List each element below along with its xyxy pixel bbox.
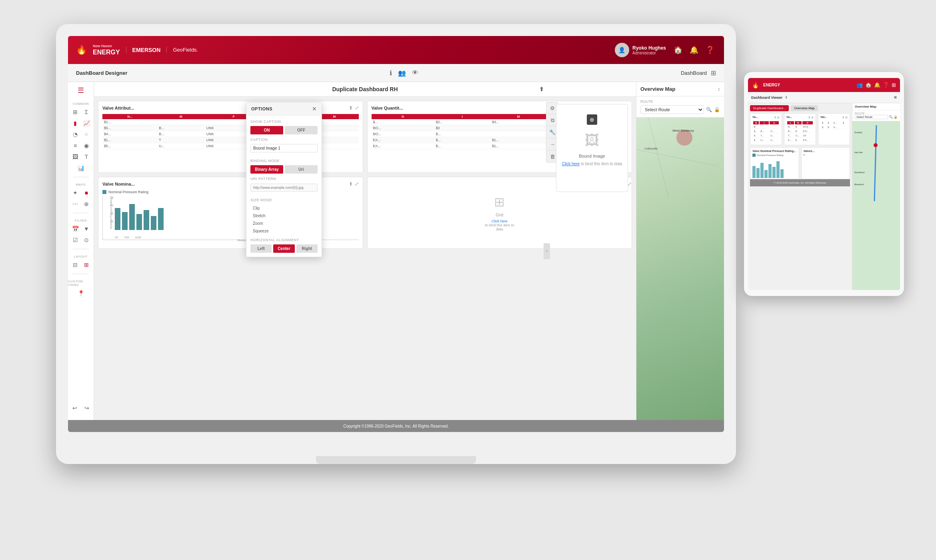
route-dropdown[interactable]: Select Route: [640, 105, 704, 114]
map-dots-icon[interactable]: ⋯: [70, 199, 80, 209]
nav-expand-btn[interactable]: ›: [544, 243, 550, 259]
tablet-map-svg: Granby Hat Hat Northford Branford: [852, 121, 900, 290]
undo-icon[interactable]: ↩: [70, 403, 80, 413]
image-icon[interactable]: 🖼: [70, 152, 80, 162]
svg-text:Branford: Branford: [854, 183, 864, 186]
widget-actions-3: ⬆ ⤢: [349, 181, 359, 187]
people-icon[interactable]: 👥: [398, 69, 406, 77]
info-icon[interactable]: ℹ: [390, 69, 392, 77]
table-row: $T...U...: [753, 134, 779, 138]
tablet-main: Duplicate Dashboard... Overview Map Va..…: [748, 103, 900, 290]
map-red-icon[interactable]: ■: [82, 188, 91, 198]
scatter-icon[interactable]: ⁘: [82, 130, 91, 139]
size-squeeze[interactable]: Squeeze: [250, 227, 318, 235]
bound-image-icon-placeholder: 🖼: [580, 130, 604, 150]
table-icon[interactable]: ⊞: [70, 107, 80, 117]
tablet-flame-icon: 🔥: [752, 82, 759, 88]
tw-actions-1[interactable]: ⬆ ⊞: [774, 116, 780, 119]
align-left-btn[interactable]: Left: [250, 244, 272, 253]
filter-calendar-icon[interactable]: 📅: [70, 224, 80, 234]
sidebar-row-maps-1: ✦ ■: [70, 188, 91, 198]
move-icon[interactable]: ⊕: [587, 114, 597, 125]
uri-pattern-input[interactable]: [250, 184, 318, 192]
text-icon[interactable]: T: [82, 152, 91, 162]
map-dot-red-icon[interactable]: ⊕: [82, 199, 91, 209]
user-role: Administrator: [632, 51, 666, 55]
tablet-route-lock[interactable]: 🔒: [894, 115, 898, 119]
share-icon[interactable]: ⬆: [539, 86, 544, 92]
pin-icon[interactable]: 📍: [76, 288, 86, 298]
tablet-info-icon[interactable]: ℹ: [786, 96, 787, 99]
tablet-filter-icon[interactable]: ⊞: [892, 82, 896, 88]
tablet-route-search[interactable]: 🔍: [889, 115, 893, 119]
size-zoom[interactable]: Zoom: [250, 220, 318, 227]
size-mode-label: SIZE MODE: [250, 198, 318, 202]
size-stretch[interactable]: Stretch: [250, 212, 318, 220]
layout-red-icon[interactable]: ⊞: [82, 260, 91, 270]
size-clip[interactable]: Clip: [250, 204, 318, 212]
pie-chart-icon[interactable]: ◔: [70, 130, 80, 139]
align-right-btn[interactable]: Right: [296, 244, 318, 253]
chart2-icon[interactable]: 📊: [76, 163, 86, 173]
tab-duplicate[interactable]: Duplicate Dashboard...: [750, 105, 789, 111]
click-here-bind[interactable]: Click here: [562, 162, 580, 166]
bar-chart-icon[interactable]: ▮: [70, 118, 80, 128]
sigma-icon[interactable]: Σ: [82, 107, 91, 117]
tw-table-3: $$S...$ $$S...: [820, 120, 848, 130]
list-icon[interactable]: ≡: [70, 141, 80, 150]
redo-icon[interactable]: ↪: [82, 403, 92, 413]
tablet-screen: 🔥 ENERGY 👥 🏠 🔔 ❓ ⊞ Dashboard Viewer ℹ ⊞ …: [748, 78, 900, 290]
caption-on-btn[interactable]: ON: [250, 126, 283, 134]
tablet-help-icon[interactable]: ❓: [883, 82, 889, 88]
widget-expand-1[interactable]: ⤢: [355, 105, 359, 111]
widget-expand-3[interactable]: ⤢: [355, 181, 359, 187]
logo-text: New Haven ENERGY: [93, 44, 120, 56]
hamburger-menu[interactable]: ☰: [78, 86, 84, 95]
expand-overview-icon[interactable]: ↕: [718, 86, 720, 92]
col-n: N...: [102, 114, 157, 119]
tw-header-3: Val... ⬆ ⊞: [820, 116, 848, 120]
help-icon[interactable]: ❓: [704, 44, 716, 56]
tablet-dashboard-area: Duplicate Dashboard... Overview Map Va..…: [748, 103, 852, 290]
dashboard-btn[interactable]: DashBoard: [681, 70, 707, 76]
tablet-home-icon[interactable]: 🏠: [865, 82, 872, 88]
options-close-btn[interactable]: ✕: [312, 106, 317, 112]
custom-label: CUSTOM ITEMS: [68, 280, 94, 287]
route-lock-icon[interactable]: 🔒: [714, 107, 720, 112]
emerson-logo: EMERSON: [126, 47, 161, 53]
bar: [760, 163, 764, 178]
widget-share-3[interactable]: ⬆: [349, 181, 353, 187]
tablet-route-value[interactable]: Select Route: [855, 115, 888, 119]
filter-radio-icon[interactable]: ⊙: [82, 235, 91, 245]
binary-array-btn[interactable]: Binary Array: [250, 165, 283, 174]
bell-icon[interactable]: 🔔: [688, 44, 700, 56]
eye-icon[interactable]: 👁: [412, 69, 418, 77]
align-center-btn[interactable]: Center: [273, 244, 294, 253]
bar: [115, 208, 120, 230]
click-here-link[interactable]: Click here: [492, 219, 508, 223]
tab-overview[interactable]: Overview Map: [791, 105, 818, 111]
filter-check-icon[interactable]: ☑: [70, 235, 80, 245]
tablet-people-icon[interactable]: 👥: [856, 82, 863, 88]
widget-expand-4[interactable]: ⤢: [628, 181, 632, 187]
tablet-bell-icon[interactable]: 🔔: [874, 82, 880, 88]
widget-share-1[interactable]: ⬆: [349, 105, 353, 111]
uri-btn[interactable]: Uri: [285, 165, 318, 174]
filter-list-icon[interactable]: ▼: [82, 224, 91, 234]
home-icon[interactable]: 🏠: [672, 44, 684, 56]
caption-input[interactable]: [250, 144, 318, 152]
tablet-settings-icon[interactable]: ⊞: [894, 96, 897, 99]
line-chart-icon[interactable]: 📈: [82, 118, 91, 128]
route-search-icon[interactable]: 🔍: [706, 107, 712, 112]
layout-grid-icon[interactable]: ⊟: [70, 260, 80, 270]
filter-label: FILTER: [75, 219, 87, 222]
show-caption-label: SHOW CAPTION: [250, 120, 318, 124]
y-axis-label: Nominal Pressure Rating: [110, 198, 112, 229]
grid-icon[interactable]: ⊞: [711, 69, 716, 77]
tw-actions-3[interactable]: ⬆ ⊞: [842, 116, 848, 119]
tw-actions-2[interactable]: ⬆ ⊞: [808, 116, 814, 119]
map-network-icon[interactable]: ✦: [70, 188, 80, 198]
footer-text: Copyright ©1996-2020 GeoFields, Inc. All…: [343, 424, 449, 428]
caption-off-btn[interactable]: OFF: [285, 126, 318, 134]
gauge-icon[interactable]: ◉: [82, 141, 91, 150]
